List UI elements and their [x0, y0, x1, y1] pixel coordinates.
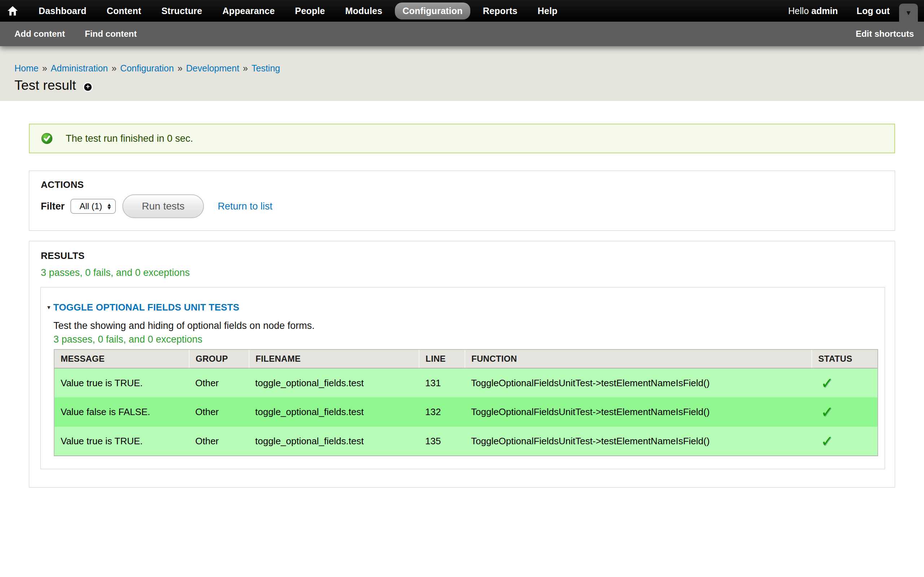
- cell-function: ToggleOptionalFieldsUnitTest->testElemen…: [465, 397, 812, 427]
- toolbar-drawer-toggle-button[interactable]: ▼: [899, 3, 918, 24]
- col-header-filename: FILENAME: [249, 350, 419, 368]
- toolbar-item-structure[interactable]: Structure: [154, 3, 210, 19]
- pass-check-icon: ✓: [818, 432, 834, 450]
- results-fieldset: RESULTS 3 passes, 0 fails, and 0 excepti…: [29, 241, 895, 488]
- cell-line: 135: [419, 427, 465, 456]
- toolbar-item-help[interactable]: Help: [530, 3, 565, 19]
- toolbar-item-configuration[interactable]: Configuration: [395, 3, 470, 19]
- col-header-message: MESSAGE: [54, 350, 189, 368]
- select-stepper-icon: ▲▼: [107, 203, 111, 210]
- pass-check-icon: ✓: [818, 374, 834, 392]
- breadcrumb-administration[interactable]: Administration: [51, 63, 108, 73]
- cell-filename: toggle_optional_fields.test: [249, 397, 419, 427]
- table-row: Value true is TRUE. Other toggle_optiona…: [54, 368, 878, 397]
- page-header-strip: Home»Administration»Configuration»Develo…: [0, 46, 924, 101]
- results-summary: 3 passes, 0 fails, and 0 exceptions: [41, 267, 190, 279]
- toolbar-menu: Dashboard Content Structure Appearance P…: [31, 3, 565, 19]
- breadcrumb: Home»Administration»Configuration»Develo…: [15, 63, 280, 74]
- breadcrumb-configuration[interactable]: Configuration: [120, 63, 174, 73]
- cell-line: 132: [419, 397, 465, 427]
- actions-legend: ACTIONS: [41, 179, 84, 190]
- cell-group: Other: [189, 397, 249, 427]
- toolbar-item-reports[interactable]: Reports: [475, 3, 525, 19]
- title-row: Test result +: [15, 78, 92, 93]
- add-to-shortcuts-icon[interactable]: +: [84, 83, 92, 91]
- cell-group: Other: [189, 368, 249, 397]
- collapse-triangle-icon: ▾: [47, 304, 50, 311]
- cell-message: Value true is TRUE.: [54, 427, 189, 456]
- run-tests-button[interactable]: Run tests: [122, 194, 204, 218]
- greeting-text: Hello admin: [788, 6, 838, 16]
- table-header-row: MESSAGE GROUP FILENAME LINE FUNCTION STA…: [54, 350, 878, 368]
- cell-function: ToggleOptionalFieldsUnitTest->testElemen…: [465, 368, 812, 397]
- shortcuts-bar: Add content Find content Edit shortcuts: [0, 22, 924, 46]
- cell-line: 131: [419, 368, 465, 397]
- table-row: Value true is TRUE. Other toggle_optiona…: [54, 427, 878, 456]
- cell-group: Other: [189, 427, 249, 456]
- cell-status: ✓: [812, 368, 878, 397]
- actions-fieldset: ACTIONS Filter All (1) ▲▼ Run tests Retu…: [29, 171, 895, 231]
- shortcut-find-content[interactable]: Find content: [85, 29, 137, 39]
- test-group-fieldset: ▾ TOGGLE OPTIONAL FIELDS UNIT TESTS Test…: [40, 287, 885, 469]
- chevron-down-icon: ▼: [905, 10, 912, 16]
- toolbar-item-people[interactable]: People: [287, 3, 333, 19]
- test-group-legend[interactable]: ▾ TOGGLE OPTIONAL FIELDS UNIT TESTS: [47, 302, 239, 313]
- test-group-summary: 3 passes, 0 fails, and 0 exceptions: [53, 334, 202, 345]
- username: admin: [811, 6, 838, 16]
- status-message: The test run finished in 0 sec.: [29, 124, 895, 153]
- filter-label: Filter: [41, 201, 65, 212]
- col-header-line: LINE: [419, 350, 465, 368]
- admin-toolbar: Dashboard Content Structure Appearance P…: [0, 0, 924, 22]
- return-to-list-link[interactable]: Return to list: [218, 201, 273, 212]
- cell-filename: toggle_optional_fields.test: [249, 368, 419, 397]
- breadcrumb-home[interactable]: Home: [15, 63, 39, 73]
- toolbar-item-dashboard[interactable]: Dashboard: [31, 3, 94, 19]
- breadcrumb-separator: »: [243, 63, 248, 73]
- breadcrumb-separator: »: [111, 63, 116, 73]
- success-check-icon: [41, 133, 53, 144]
- cell-status: ✓: [812, 427, 878, 456]
- breadcrumb-development[interactable]: Development: [186, 63, 239, 73]
- table-row: Value false is FALSE. Other toggle_optio…: [54, 397, 878, 427]
- breadcrumb-separator: »: [178, 63, 183, 73]
- page-title: Test result: [15, 78, 76, 93]
- status-message-text: The test run finished in 0 sec.: [66, 133, 193, 144]
- home-icon[interactable]: [0, 6, 25, 16]
- logout-link[interactable]: Log out: [856, 6, 890, 16]
- cell-filename: toggle_optional_fields.test: [249, 427, 419, 456]
- cell-message: Value false is FALSE.: [54, 397, 189, 427]
- test-group-title-link[interactable]: TOGGLE OPTIONAL FIELDS UNIT TESTS: [53, 302, 240, 313]
- toolbar-item-modules[interactable]: Modules: [338, 3, 390, 19]
- toolbar-item-content[interactable]: Content: [99, 3, 149, 19]
- col-header-status: STATUS: [812, 350, 878, 368]
- page: Dashboard Content Structure Appearance P…: [0, 0, 924, 577]
- test-group-description: Test the showing and hiding of optional …: [53, 320, 314, 331]
- main-content: The test run finished in 0 sec. ACTIONS …: [0, 101, 924, 577]
- toolbar-item-appearance[interactable]: Appearance: [215, 3, 282, 19]
- cell-function: ToggleOptionalFieldsUnitTest->testElemen…: [465, 427, 812, 456]
- filter-select-value: All (1): [76, 201, 105, 211]
- breadcrumb-testing[interactable]: Testing: [252, 63, 280, 73]
- cell-message: Value true is TRUE.: [54, 368, 189, 397]
- cell-status: ✓: [812, 397, 878, 427]
- pass-check-icon: ✓: [818, 403, 834, 421]
- filter-select[interactable]: All (1) ▲▼: [70, 199, 116, 214]
- breadcrumb-separator: »: [42, 63, 47, 73]
- toolbar-user-area: Hello admin Log out: [788, 0, 890, 22]
- actions-controls: Filter All (1) ▲▼ Run tests Return to li…: [41, 193, 273, 219]
- results-legend: RESULTS: [41, 250, 85, 261]
- col-header-group: GROUP: [189, 350, 249, 368]
- shortcut-add-content[interactable]: Add content: [15, 29, 65, 39]
- col-header-function: FUNCTION: [465, 350, 812, 368]
- edit-shortcuts-link[interactable]: Edit shortcuts: [856, 29, 914, 39]
- results-table: MESSAGE GROUP FILENAME LINE FUNCTION STA…: [54, 349, 878, 456]
